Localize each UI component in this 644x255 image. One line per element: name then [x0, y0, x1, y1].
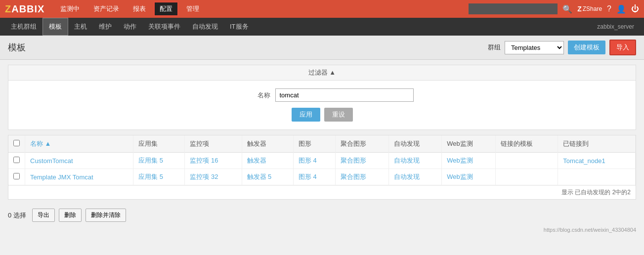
- row2-auto-discover-link[interactable]: 自动发现: [394, 173, 420, 180]
- subnav-actions[interactable]: 动作: [118, 18, 142, 35]
- bottom-toolbar: 0 选择 导出 删除 删除并清除: [0, 205, 644, 226]
- row1-appset-link[interactable]: 应用集 5: [138, 157, 163, 164]
- row2-linked-to: [558, 169, 636, 185]
- col-appset: 应用集: [133, 135, 185, 153]
- nav-item-monitor[interactable]: 监测中: [54, 1, 86, 16]
- group-select[interactable]: Templates: [505, 41, 564, 54]
- row1-linked-templates: [495, 153, 558, 169]
- search-icon[interactable]: 🔍: [562, 4, 572, 14]
- help-icon[interactable]: ?: [607, 4, 611, 13]
- subnav-hostgroups[interactable]: 主机群组: [5, 18, 43, 35]
- row2-triggers: 触发器 5: [242, 169, 293, 185]
- watermark: https://blog.csdn.net/weixin_43304804: [0, 226, 644, 234]
- row2-appset-link[interactable]: 应用集 5: [138, 173, 163, 180]
- subnav-maintenance[interactable]: 维护: [93, 18, 118, 35]
- row1-appset: 应用集 5: [133, 153, 185, 169]
- create-template-button[interactable]: 创建模板: [568, 41, 605, 54]
- col-auto-discover: 自动发现: [388, 135, 442, 153]
- row1-linked-to: Tomcat_node1: [558, 153, 636, 169]
- table-header-row: 名称 ▲ 应用集 监控项 触发器 图形 聚合图形 自动发现 Web监测 链接的模…: [8, 135, 636, 153]
- import-button[interactable]: 导入: [609, 40, 636, 55]
- col-name[interactable]: 名称 ▲: [25, 135, 133, 153]
- filter-actions: 应用 重设: [16, 108, 628, 122]
- row1-graphs: 图形 4: [293, 153, 335, 169]
- group-label: 群组: [488, 43, 501, 52]
- filter-name-label: 名称: [231, 91, 270, 100]
- row1-name-link[interactable]: CustomTomcat: [30, 157, 73, 165]
- subnav-discovery[interactable]: 自动发现: [186, 18, 224, 35]
- row2-checkbox-cell: [8, 169, 25, 185]
- delete-button[interactable]: 删除: [59, 209, 82, 222]
- row1-checkbox-cell: [8, 153, 25, 169]
- select-all-col: [8, 135, 25, 153]
- share-link[interactable]: Z ZShare: [577, 5, 602, 13]
- col-monitors: 监控项: [185, 135, 242, 153]
- filter-section: 过滤器 ▲ 名称 应用 重设: [8, 65, 636, 130]
- share-z-icon: Z: [577, 5, 582, 13]
- subnav-it-services[interactable]: IT服务: [224, 18, 255, 35]
- table-row: Template JMX Tomcat 应用集 5 监控项 32 触发器 5 图…: [8, 169, 636, 185]
- logo: ZABBIX: [5, 3, 44, 15]
- filter-apply-button[interactable]: 应用: [292, 108, 320, 122]
- select-count: 0 选择: [8, 211, 26, 220]
- row1-agg-graphs-link[interactable]: 聚合图形: [341, 157, 366, 164]
- col-triggers: 触发器: [242, 135, 293, 153]
- col-linked-to: 已链接到: [558, 135, 636, 153]
- row2-name: Template JMX Tomcat: [25, 169, 133, 185]
- subnav-correlations[interactable]: 关联项事件: [142, 18, 186, 35]
- row1-auto-discover-link[interactable]: 自动发现: [394, 157, 420, 164]
- nav-item-asset[interactable]: 资产记录: [87, 1, 125, 16]
- select-all-checkbox[interactable]: [13, 140, 20, 146]
- row1-triggers: 触发器: [242, 153, 293, 169]
- filter-header: 过滤器 ▲: [8, 65, 636, 81]
- logout-icon[interactable]: ⏻: [631, 4, 639, 13]
- col-agg-graphs: 聚合图形: [336, 135, 389, 153]
- export-button[interactable]: 导出: [32, 209, 55, 222]
- nav-item-manage[interactable]: 管理: [180, 1, 205, 16]
- row2-name-link[interactable]: Template JMX Tomcat: [30, 173, 93, 181]
- row1-triggers-link[interactable]: 触发器: [247, 157, 266, 164]
- delete-clear-button[interactable]: 删除并清除: [86, 209, 126, 222]
- row1-monitors: 监控项 16: [185, 153, 242, 169]
- row1-linked-to-link[interactable]: Tomcat_node1: [563, 157, 605, 165]
- sub-nav: 主机群组 模板 主机 维护 动作 关联项事件 自动发现 IT服务 zabbix_…: [0, 18, 644, 36]
- row2-monitors-link[interactable]: 监控项 32: [190, 173, 218, 180]
- nav-item-report[interactable]: 报表: [127, 1, 152, 16]
- table-container: 名称 ▲ 应用集 监控项 触发器 图形 聚合图形 自动发现 Web监测 链接的模…: [8, 135, 636, 200]
- row2-auto-discover: 自动发现: [388, 169, 442, 185]
- top-nav: ZABBIX 监测中 资产记录 报表 配置 管理 🔍 Z ZShare ? 👤 …: [0, 0, 644, 18]
- row1-checkbox[interactable]: [13, 157, 20, 163]
- page-header: 模板 群组 Templates 创建模板 导入: [0, 36, 644, 60]
- row1-web-monitor-link[interactable]: Web监测: [447, 157, 473, 164]
- row2-graphs-link[interactable]: 图形 4: [299, 173, 317, 180]
- row1-graphs-link[interactable]: 图形 4: [299, 157, 317, 164]
- row2-agg-graphs-link[interactable]: 聚合图形: [341, 173, 366, 180]
- row2-web-monitor: Web监测: [442, 169, 495, 185]
- row1-name: CustomTomcat: [25, 153, 133, 169]
- row1-web-monitor: Web监测: [442, 153, 495, 169]
- row2-web-monitor-link[interactable]: Web监测: [447, 173, 473, 180]
- nav-item-config[interactable]: 配置: [154, 1, 178, 16]
- page-title: 模板: [8, 42, 26, 53]
- row2-graphs: 图形 4: [293, 169, 335, 185]
- col-web-monitor: Web监测: [442, 135, 495, 153]
- row2-triggers-link[interactable]: 触发器 5: [247, 173, 272, 180]
- row1-auto-discover: 自动发现: [388, 153, 442, 169]
- templates-table: 名称 ▲ 应用集 监控项 触发器 图形 聚合图形 自动发现 Web监测 链接的模…: [8, 135, 636, 185]
- row2-checkbox[interactable]: [13, 173, 20, 179]
- col-graphs: 图形: [293, 135, 335, 153]
- filter-name-input[interactable]: [275, 88, 414, 102]
- filter-toggle[interactable]: 过滤器 ▲: [308, 68, 336, 77]
- search-input[interactable]: [469, 3, 558, 14]
- top-nav-menu: 监测中 资产记录 报表 配置 管理: [54, 1, 469, 16]
- subnav-hosts[interactable]: 主机: [68, 18, 93, 35]
- subnav-templates[interactable]: 模板: [43, 18, 68, 36]
- page-header-right: 群组 Templates 创建模板 导入: [488, 40, 636, 55]
- filter-reset-button[interactable]: 重设: [324, 108, 353, 122]
- row2-linked-templates: [495, 169, 558, 185]
- user-icon[interactable]: 👤: [616, 4, 626, 14]
- table-row: CustomTomcat 应用集 5 监控项 16 触发器 图形 4 聚合图形: [8, 153, 636, 169]
- table-summary: 显示 已自动发现的 2中的2: [8, 185, 636, 199]
- row2-monitors: 监控项 32: [185, 169, 242, 185]
- row1-monitors-link[interactable]: 监控项 16: [190, 157, 218, 164]
